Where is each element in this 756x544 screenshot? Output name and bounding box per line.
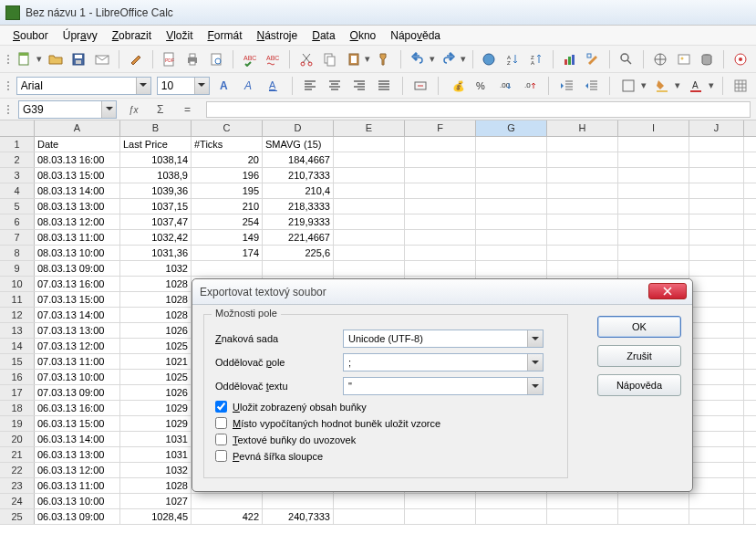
cell[interactable]: 07.03.13 16:00 bbox=[35, 277, 120, 291]
cell[interactable]: 218,3333 bbox=[263, 199, 334, 214]
cell[interactable]: 1028,45 bbox=[120, 509, 192, 524]
print-button[interactable] bbox=[182, 49, 202, 69]
cell[interactable] bbox=[689, 292, 744, 307]
cell[interactable]: 210,4 bbox=[263, 183, 334, 198]
cell[interactable] bbox=[405, 509, 476, 524]
find-button[interactable] bbox=[616, 49, 637, 69]
cell[interactable] bbox=[689, 230, 744, 245]
cell[interactable]: 06.03.13 10:00 bbox=[35, 494, 120, 508]
row-header[interactable]: 8 bbox=[0, 246, 35, 260]
fieldsep-value[interactable] bbox=[344, 357, 527, 368]
cell[interactable]: 174 bbox=[192, 246, 263, 260]
cell[interactable]: 1037,47 bbox=[120, 214, 192, 229]
sum-button[interactable]: Σ bbox=[151, 99, 171, 120]
cell[interactable] bbox=[405, 214, 476, 229]
menu-vlozit[interactable]: Vložit bbox=[161, 27, 198, 44]
cell[interactable]: 1021 bbox=[120, 354, 192, 369]
cell[interactable]: 210,7333 bbox=[263, 168, 334, 183]
row-header[interactable]: 25 bbox=[0, 509, 35, 524]
cell[interactable] bbox=[618, 509, 689, 524]
font-name-combo[interactable] bbox=[16, 77, 151, 95]
cell[interactable] bbox=[689, 323, 744, 338]
textsep-value[interactable] bbox=[344, 381, 527, 392]
text-delimiter-combo[interactable] bbox=[343, 377, 544, 395]
cell[interactable]: 1028 bbox=[120, 308, 192, 322]
cell[interactable]: 1027 bbox=[120, 494, 192, 508]
menu-napoveda[interactable]: Nápověda bbox=[385, 27, 446, 44]
cell[interactable] bbox=[476, 152, 547, 167]
cell[interactable]: 1026 bbox=[120, 323, 192, 338]
spellcheck-button[interactable]: ABC bbox=[240, 49, 260, 69]
cell[interactable]: 06.03.13 14:00 bbox=[35, 432, 120, 446]
cell[interactable]: 08.03.13 12:00 bbox=[35, 214, 120, 229]
new-doc-button[interactable] bbox=[15, 49, 35, 69]
cell[interactable]: 07.03.13 10:00 bbox=[35, 370, 120, 384]
cell[interactable]: 08.03.13 13:00 bbox=[35, 199, 120, 214]
column-header-J[interactable]: J bbox=[689, 120, 744, 136]
cell[interactable] bbox=[689, 199, 744, 214]
cell[interactable] bbox=[689, 277, 744, 291]
row-header[interactable]: 21 bbox=[0, 447, 35, 462]
email-button[interactable] bbox=[92, 49, 112, 69]
cell[interactable] bbox=[405, 137, 476, 152]
chart-button[interactable] bbox=[560, 49, 580, 69]
cell[interactable]: 196 bbox=[192, 168, 263, 183]
cell[interactable]: 08.03.13 10:00 bbox=[35, 246, 120, 260]
row-header[interactable]: 7 bbox=[0, 230, 35, 245]
chevron-down-icon[interactable] bbox=[194, 78, 209, 94]
cell[interactable] bbox=[547, 261, 618, 276]
cell[interactable] bbox=[618, 168, 689, 183]
cell[interactable] bbox=[263, 494, 334, 508]
chevron-down-icon[interactable] bbox=[527, 354, 543, 371]
undo-button[interactable] bbox=[408, 49, 428, 69]
align-left-button[interactable] bbox=[301, 76, 320, 96]
currency-button[interactable]: 💰 bbox=[447, 76, 466, 96]
ok-button[interactable]: OK bbox=[597, 316, 681, 338]
cell[interactable] bbox=[618, 137, 689, 152]
row-header[interactable]: 1 bbox=[0, 137, 35, 152]
cell[interactable]: Last Price bbox=[120, 137, 192, 152]
hyperlink-button[interactable] bbox=[480, 49, 500, 69]
cell[interactable]: 08.03.13 15:00 bbox=[35, 168, 120, 183]
cell[interactable] bbox=[618, 152, 689, 167]
cell[interactable]: 1028 bbox=[120, 277, 192, 291]
cell[interactable]: 1031 bbox=[120, 447, 192, 462]
cell[interactable]: 06.03.13 12:00 bbox=[35, 463, 120, 477]
bold-button[interactable]: A bbox=[215, 76, 234, 96]
row-header[interactable]: 13 bbox=[0, 323, 35, 338]
column-header-D[interactable]: D bbox=[263, 120, 334, 136]
font-size-combo[interactable] bbox=[157, 77, 210, 95]
cell[interactable] bbox=[547, 230, 618, 245]
column-header-A[interactable]: A bbox=[35, 120, 120, 136]
cell[interactable] bbox=[689, 183, 744, 198]
cell-reference-input[interactable] bbox=[19, 101, 101, 118]
cell[interactable]: 07.03.13 12:00 bbox=[35, 339, 120, 353]
save-shown-input[interactable] bbox=[215, 401, 227, 413]
menu-format[interactable]: Formát bbox=[202, 27, 247, 44]
fixed-width-input[interactable] bbox=[215, 450, 227, 462]
row-header[interactable]: 14 bbox=[0, 339, 35, 353]
print-preview-button[interactable] bbox=[206, 49, 226, 69]
underline-button[interactable]: A bbox=[264, 76, 284, 96]
cell[interactable] bbox=[689, 168, 744, 183]
format-paintbrush-button[interactable] bbox=[374, 49, 394, 69]
formula-input[interactable] bbox=[206, 101, 751, 118]
cell[interactable] bbox=[689, 246, 744, 260]
row-header[interactable]: 6 bbox=[0, 214, 35, 229]
copy-button[interactable] bbox=[320, 49, 340, 69]
cell[interactable] bbox=[192, 261, 263, 276]
font-size-input[interactable] bbox=[158, 78, 194, 94]
column-header-H[interactable]: H bbox=[547, 120, 618, 136]
row-header[interactable]: 9 bbox=[0, 261, 35, 276]
cell[interactable] bbox=[405, 230, 476, 245]
cell[interactable]: 1026 bbox=[120, 385, 192, 400]
row-header[interactable]: 3 bbox=[0, 168, 35, 183]
cell[interactable]: 08.03.13 09:00 bbox=[35, 261, 120, 276]
cell[interactable] bbox=[547, 494, 618, 508]
cell[interactable] bbox=[334, 261, 405, 276]
cell[interactable]: 20 bbox=[192, 152, 263, 167]
cell[interactable]: 06.03.13 13:00 bbox=[35, 447, 120, 462]
cell[interactable] bbox=[476, 137, 547, 152]
cell[interactable]: 210 bbox=[192, 199, 263, 214]
dialog-titlebar[interactable]: Exportovat textový soubor bbox=[192, 279, 692, 305]
